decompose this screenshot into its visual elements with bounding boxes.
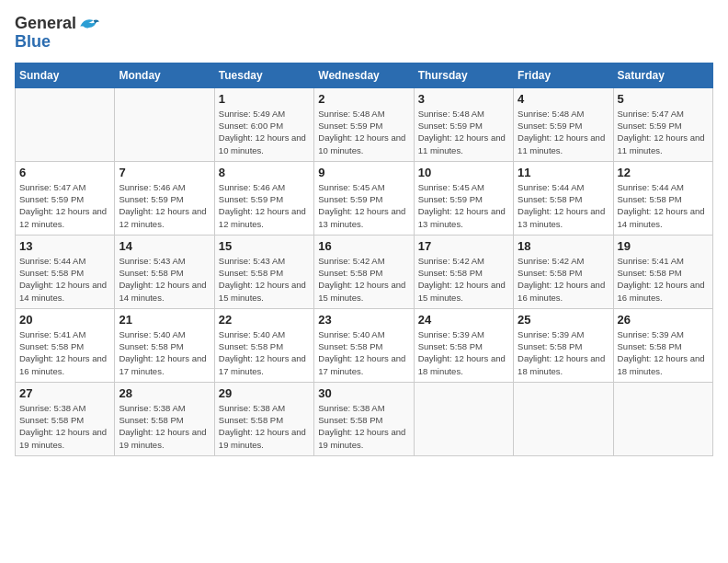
calendar-cell: 29Sunrise: 5:38 AM Sunset: 5:58 PM Dayli… (214, 382, 313, 455)
calendar-cell: 15Sunrise: 5:43 AM Sunset: 5:58 PM Dayli… (214, 235, 313, 308)
day-number: 23 (318, 313, 409, 327)
calendar-week-row: 27Sunrise: 5:38 AM Sunset: 5:58 PM Dayli… (16, 382, 713, 455)
day-number: 2 (318, 92, 409, 106)
calendar-cell: 22Sunrise: 5:40 AM Sunset: 5:58 PM Dayli… (214, 308, 313, 382)
calendar-cell (514, 382, 613, 455)
calendar-cell: 30Sunrise: 5:38 AM Sunset: 5:58 PM Dayli… (314, 382, 414, 455)
calendar-cell: 4Sunrise: 5:48 AM Sunset: 5:59 PM Daylig… (514, 87, 613, 161)
calendar-cell (414, 382, 513, 455)
calendar-cell (115, 87, 214, 161)
logo-blue-text: Blue (15, 33, 51, 52)
day-number: 19 (618, 239, 709, 253)
weekday-header-tuesday: Tuesday (214, 63, 313, 87)
calendar-cell: 21Sunrise: 5:40 AM Sunset: 5:58 PM Dayli… (115, 308, 214, 382)
weekday-header-wednesday: Wednesday (314, 63, 414, 87)
calendar-cell (613, 382, 712, 455)
day-number: 11 (518, 166, 609, 179)
day-number: 5 (618, 92, 709, 106)
day-content: Sunrise: 5:42 AM Sunset: 5:58 PM Dayligh… (318, 255, 409, 304)
day-number: 28 (119, 386, 210, 400)
day-number: 27 (19, 386, 110, 400)
day-number: 29 (219, 386, 310, 400)
calendar-cell: 2Sunrise: 5:48 AM Sunset: 5:59 PM Daylig… (314, 87, 414, 161)
calendar-cell: 5Sunrise: 5:47 AM Sunset: 5:59 PM Daylig… (613, 87, 712, 161)
calendar-cell: 18Sunrise: 5:42 AM Sunset: 5:58 PM Dayli… (514, 235, 613, 308)
day-content: Sunrise: 5:43 AM Sunset: 5:58 PM Dayligh… (119, 255, 210, 304)
day-number: 21 (119, 313, 210, 327)
logo-general-text: General (15, 15, 76, 33)
calendar-table: SundayMondayTuesdayWednesdayThursdayFrid… (15, 63, 713, 456)
day-content: Sunrise: 5:45 AM Sunset: 5:59 PM Dayligh… (318, 181, 409, 230)
calendar-cell: 7Sunrise: 5:46 AM Sunset: 5:59 PM Daylig… (115, 161, 214, 235)
day-number: 18 (518, 239, 609, 253)
day-content: Sunrise: 5:45 AM Sunset: 5:59 PM Dayligh… (418, 181, 509, 230)
logo-bird-icon (77, 15, 99, 33)
day-content: Sunrise: 5:40 AM Sunset: 5:58 PM Dayligh… (318, 328, 409, 377)
weekday-header-saturday: Saturday (613, 63, 712, 87)
day-content: Sunrise: 5:47 AM Sunset: 5:59 PM Dayligh… (618, 108, 709, 156)
logo: General Blue (15, 15, 99, 52)
calendar-cell: 11Sunrise: 5:44 AM Sunset: 5:58 PM Dayli… (514, 161, 613, 235)
day-number: 24 (418, 313, 509, 327)
calendar-cell: 13Sunrise: 5:44 AM Sunset: 5:58 PM Dayli… (16, 235, 115, 308)
day-number: 7 (119, 166, 210, 179)
day-number: 26 (618, 313, 709, 327)
day-content: Sunrise: 5:42 AM Sunset: 5:58 PM Dayligh… (418, 255, 509, 304)
calendar-cell: 6Sunrise: 5:47 AM Sunset: 5:59 PM Daylig… (16, 161, 115, 235)
weekday-header-monday: Monday (115, 63, 214, 87)
day-content: Sunrise: 5:48 AM Sunset: 5:59 PM Dayligh… (318, 108, 409, 156)
calendar-cell: 19Sunrise: 5:41 AM Sunset: 5:58 PM Dayli… (613, 235, 712, 308)
day-content: Sunrise: 5:40 AM Sunset: 5:58 PM Dayligh… (119, 328, 210, 377)
day-content: Sunrise: 5:46 AM Sunset: 5:59 PM Dayligh… (119, 181, 210, 230)
day-number: 20 (19, 313, 110, 327)
day-content: Sunrise: 5:43 AM Sunset: 5:58 PM Dayligh… (219, 255, 310, 304)
day-number: 3 (418, 92, 509, 106)
day-content: Sunrise: 5:44 AM Sunset: 5:58 PM Dayligh… (618, 181, 709, 230)
day-number: 4 (518, 92, 609, 106)
day-number: 8 (219, 166, 310, 179)
calendar-cell: 28Sunrise: 5:38 AM Sunset: 5:58 PM Dayli… (115, 382, 214, 455)
day-content: Sunrise: 5:39 AM Sunset: 5:58 PM Dayligh… (618, 328, 709, 377)
calendar-week-row: 20Sunrise: 5:41 AM Sunset: 5:58 PM Dayli… (16, 308, 713, 382)
weekday-header-sunday: Sunday (16, 63, 115, 87)
weekday-header-friday: Friday (514, 63, 613, 87)
day-number: 16 (318, 239, 409, 253)
calendar-cell: 25Sunrise: 5:39 AM Sunset: 5:58 PM Dayli… (514, 308, 613, 382)
calendar-cell: 27Sunrise: 5:38 AM Sunset: 5:58 PM Dayli… (16, 382, 115, 455)
day-content: Sunrise: 5:39 AM Sunset: 5:58 PM Dayligh… (518, 328, 609, 377)
calendar-cell: 12Sunrise: 5:44 AM Sunset: 5:58 PM Dayli… (613, 161, 712, 235)
day-number: 22 (219, 313, 310, 327)
day-number: 30 (318, 386, 409, 400)
day-content: Sunrise: 5:44 AM Sunset: 5:58 PM Dayligh… (19, 255, 110, 304)
day-content: Sunrise: 5:42 AM Sunset: 5:58 PM Dayligh… (518, 255, 609, 304)
day-content: Sunrise: 5:46 AM Sunset: 5:59 PM Dayligh… (219, 181, 310, 230)
calendar-cell: 3Sunrise: 5:48 AM Sunset: 5:59 PM Daylig… (414, 87, 513, 161)
day-content: Sunrise: 5:41 AM Sunset: 5:58 PM Dayligh… (618, 255, 709, 304)
day-content: Sunrise: 5:44 AM Sunset: 5:58 PM Dayligh… (518, 181, 609, 230)
calendar-cell: 9Sunrise: 5:45 AM Sunset: 5:59 PM Daylig… (314, 161, 414, 235)
calendar-cell: 8Sunrise: 5:46 AM Sunset: 5:59 PM Daylig… (214, 161, 313, 235)
day-content: Sunrise: 5:47 AM Sunset: 5:59 PM Dayligh… (19, 181, 110, 230)
day-number: 17 (418, 239, 509, 253)
calendar-cell: 17Sunrise: 5:42 AM Sunset: 5:58 PM Dayli… (414, 235, 513, 308)
day-number: 15 (219, 239, 310, 253)
calendar-cell (16, 87, 115, 161)
day-content: Sunrise: 5:49 AM Sunset: 6:00 PM Dayligh… (219, 108, 310, 156)
day-content: Sunrise: 5:38 AM Sunset: 5:58 PM Dayligh… (19, 402, 110, 451)
day-content: Sunrise: 5:39 AM Sunset: 5:58 PM Dayligh… (418, 328, 509, 377)
day-content: Sunrise: 5:40 AM Sunset: 5:58 PM Dayligh… (219, 328, 310, 377)
calendar-cell: 26Sunrise: 5:39 AM Sunset: 5:58 PM Dayli… (613, 308, 712, 382)
calendar-cell: 23Sunrise: 5:40 AM Sunset: 5:58 PM Dayli… (314, 308, 414, 382)
day-number: 6 (19, 166, 110, 179)
calendar-cell: 1Sunrise: 5:49 AM Sunset: 6:00 PM Daylig… (214, 87, 313, 161)
day-content: Sunrise: 5:38 AM Sunset: 5:58 PM Dayligh… (119, 402, 210, 451)
day-number: 14 (119, 239, 210, 253)
day-content: Sunrise: 5:48 AM Sunset: 5:59 PM Dayligh… (418, 108, 509, 156)
day-content: Sunrise: 5:38 AM Sunset: 5:58 PM Dayligh… (219, 402, 310, 451)
calendar-cell: 10Sunrise: 5:45 AM Sunset: 5:59 PM Dayli… (414, 161, 513, 235)
day-number: 12 (618, 166, 709, 179)
calendar-week-row: 1Sunrise: 5:49 AM Sunset: 6:00 PM Daylig… (16, 87, 713, 161)
day-content: Sunrise: 5:41 AM Sunset: 5:58 PM Dayligh… (19, 328, 110, 377)
day-number: 25 (518, 313, 609, 327)
day-number: 1 (219, 92, 310, 106)
